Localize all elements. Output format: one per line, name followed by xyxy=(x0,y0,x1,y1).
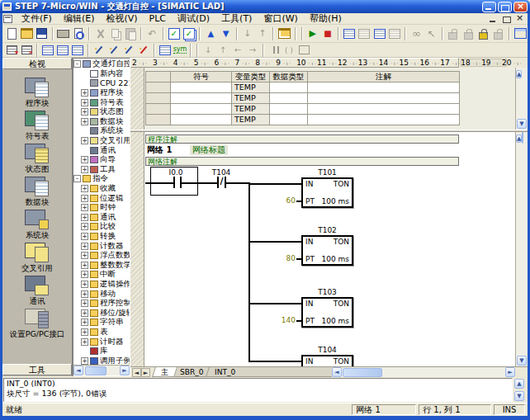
scroll-down-icon[interactable]: ▼ xyxy=(517,356,527,366)
pt-value[interactable]: 80 xyxy=(274,254,296,262)
close-button[interactable] xyxy=(513,2,528,12)
data-type-cell[interactable] xyxy=(270,93,308,104)
navbar-item[interactable]: 程序块 xyxy=(4,78,70,107)
tree-item[interactable]: + 转换 xyxy=(73,232,130,242)
timer-name[interactable]: T103 xyxy=(301,288,353,296)
tree-expand-box[interactable]: + xyxy=(81,223,88,230)
data-type-cell[interactable] xyxy=(270,115,308,125)
navbar-header-view[interactable]: 检视 xyxy=(2,58,72,69)
row-header-cell[interactable] xyxy=(146,115,171,125)
pou-tab[interactable]: 主 xyxy=(152,367,177,377)
force-button[interactable] xyxy=(446,26,461,41)
tree-item[interactable]: 通讯 xyxy=(73,145,130,155)
stop-button[interactable] xyxy=(320,26,335,41)
menu-item[interactable]: 工具(T) xyxy=(215,13,258,24)
tree-expand-box[interactable]: + xyxy=(81,271,88,278)
symbol-cell[interactable] xyxy=(171,104,232,115)
tree-expand-box[interactable]: + xyxy=(81,290,88,298)
tree-expand-box[interactable]: + xyxy=(81,108,88,116)
scroll-down-icon[interactable]: ▼ xyxy=(514,391,524,401)
new-button[interactable] xyxy=(4,26,19,41)
tree-expand-box[interactable]: + xyxy=(81,357,88,365)
navbar-item[interactable]: 数据块 xyxy=(4,177,70,206)
sort-descending-button[interactable] xyxy=(255,26,270,41)
box-tool-button[interactable] xyxy=(296,44,311,56)
scroll-up-icon[interactable]: ▲ xyxy=(516,70,522,78)
line-left-button[interactable] xyxy=(230,44,245,56)
pause-program-status-button[interactable] xyxy=(357,26,371,41)
chart-status-button[interactable] xyxy=(372,26,387,41)
row-header-cell[interactable] xyxy=(146,83,171,93)
navbar-item[interactable]: 系统块 xyxy=(4,210,70,239)
paste-button[interactable] xyxy=(123,26,138,41)
tree-item[interactable]: 系统块 xyxy=(73,126,130,136)
tree-item[interactable]: + 表 xyxy=(73,328,130,337)
tree-expand-box[interactable]: + xyxy=(81,319,88,326)
tree-expand-box[interactable]: - xyxy=(73,60,81,68)
lad-vertical-scrollbar[interactable]: ▲ ▼ xyxy=(515,132,528,366)
mdi-minimize-button[interactable] xyxy=(487,14,499,24)
bookmark-toggle-button[interactable] xyxy=(121,44,136,56)
tree-expand-box[interactable]: + xyxy=(81,118,88,125)
row-header-cell[interactable] xyxy=(146,104,171,115)
tree-expand-box[interactable]: + xyxy=(81,243,88,250)
download-button[interactable] xyxy=(218,26,233,41)
symbol-cell[interactable] xyxy=(171,115,232,125)
comment-cell[interactable] xyxy=(308,104,460,115)
tree-expand-box[interactable]: + xyxy=(81,214,88,221)
tree-item[interactable]: + 计数器 xyxy=(73,241,130,251)
tree-item[interactable]: + 状态图 xyxy=(73,107,130,117)
tree-item[interactable]: + 字符串 xyxy=(73,318,130,328)
tree-expand-box[interactable]: + xyxy=(81,204,88,211)
read-force-button[interactable] xyxy=(476,26,490,41)
tree-item[interactable]: CPU 221 REL 01. xyxy=(73,78,130,88)
comment-cell[interactable] xyxy=(308,83,460,93)
navbar-item[interactable]: 符号表 xyxy=(4,111,70,140)
mdi-close-button[interactable] xyxy=(513,14,526,24)
insert-network-button[interactable] xyxy=(4,44,19,56)
col-header-var-type[interactable]: 变量类型 xyxy=(232,72,270,83)
tree-expand-box[interactable]: + xyxy=(81,233,88,240)
lad-window-icon[interactable] xyxy=(3,15,12,23)
menu-item[interactable]: 窗口(W) xyxy=(258,13,303,24)
contact-tool-button[interactable] xyxy=(267,44,282,56)
tree-item[interactable]: + 中断 xyxy=(73,270,130,280)
tree-item[interactable]: + 计时器 xyxy=(73,337,130,347)
compile-button[interactable] xyxy=(167,26,182,41)
pt-value[interactable]: 60 xyxy=(274,196,296,205)
scroll-thumb[interactable] xyxy=(343,368,382,377)
tree-item[interactable]: + 向导 xyxy=(73,155,130,165)
program-status-button[interactable] xyxy=(342,26,357,41)
tree-item[interactable]: + 交叉引用 xyxy=(73,136,130,146)
unforce-all-button[interactable] xyxy=(491,26,506,41)
tree-expand-box[interactable]: + xyxy=(81,166,88,173)
scroll-right-icon[interactable]: ► xyxy=(505,367,515,377)
line-right-button[interactable] xyxy=(245,44,260,56)
col-header-comment[interactable]: 注解 xyxy=(308,72,460,83)
compile-output[interactable]: INT_0 (INT0) 块尺寸 = 136 (字节), 0错误 xyxy=(3,378,513,402)
menu-item[interactable]: 文件(F) xyxy=(16,13,58,24)
upload-button[interactable] xyxy=(203,26,218,41)
ton-timer-block[interactable]: T104 IN TON PT 100 ms xyxy=(130,347,515,366)
pou-comment-button[interactable] xyxy=(92,44,106,56)
en-table-button[interactable] xyxy=(158,44,173,56)
write-all-button[interactable] xyxy=(424,26,438,41)
navbar-item[interactable]: 状态图 xyxy=(4,144,70,173)
scroll-thumb[interactable] xyxy=(85,366,106,375)
tree-expand-box[interactable]: + xyxy=(81,309,88,317)
scroll-up-icon[interactable]: ▲ xyxy=(514,379,524,389)
tree-item[interactable]: + 位逻辑 xyxy=(73,193,130,203)
tree-expand-box[interactable]: + xyxy=(81,195,88,202)
tree-item[interactable]: + 浮点数数学 xyxy=(73,251,130,261)
pt-value[interactable]: 140 xyxy=(274,316,296,324)
tree-item[interactable]: + 时钟 xyxy=(73,203,130,213)
delete-network-button[interactable] xyxy=(19,44,34,56)
var-type-cell[interactable]: TEMP xyxy=(232,104,270,115)
scroll-right-icon[interactable]: ► xyxy=(120,366,130,375)
var-type-cell[interactable]: TEMP xyxy=(232,115,270,125)
comment-cell[interactable] xyxy=(308,93,460,104)
data-type-cell[interactable] xyxy=(270,83,308,93)
tree-expand-box[interactable]: - xyxy=(73,175,81,182)
timer-name[interactable]: T104 xyxy=(301,346,353,354)
tree-item[interactable]: + 程序控制 xyxy=(73,299,130,309)
